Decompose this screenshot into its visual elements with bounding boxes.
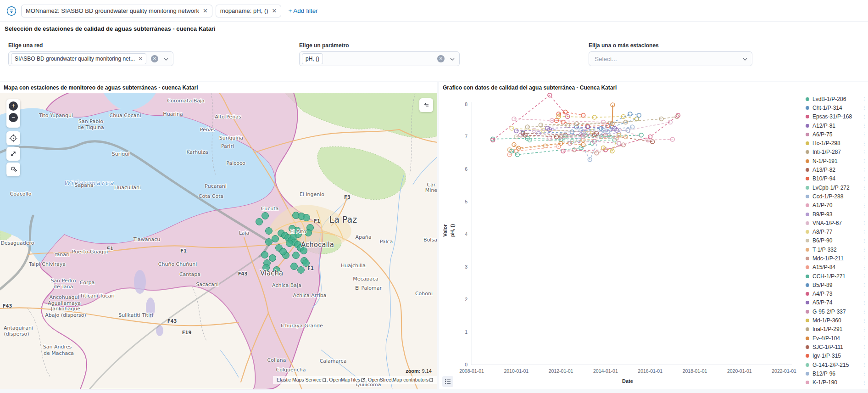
network-combobox[interactable]: SIASBO BD groundwater quality monitoring…	[8, 51, 173, 66]
legend-item-actions-icon[interactable]: ⋮	[862, 371, 867, 376]
legend-item[interactable]: Md-1/P-360⋮	[802, 316, 868, 325]
legend-item[interactable]: A4/P-73⋮	[802, 290, 868, 298]
legend-item-actions-icon[interactable]: ⋮	[862, 168, 867, 173]
legend-item-actions-icon[interactable]: ⋮	[862, 176, 867, 181]
station-marker[interactable]	[266, 239, 273, 246]
legend-item[interactable]: A13/P-82⋮	[802, 165, 868, 174]
fit-to-data-button[interactable]	[6, 147, 20, 161]
legend-item-actions-icon[interactable]: ⋮	[862, 327, 867, 332]
legend-item-actions-icon[interactable]: ⋮	[862, 247, 867, 252]
remove-filter-icon[interactable]: ✕	[203, 7, 208, 14]
legend-item-actions-icon[interactable]: ⋮	[862, 282, 867, 287]
legend-item[interactable]: G-95-2/P-337⋮	[802, 307, 868, 316]
legend-item-actions-icon[interactable]: ⋮	[862, 318, 867, 323]
station-marker[interactable]	[303, 214, 310, 221]
legend-item-actions-icon[interactable]: ⋮	[862, 158, 867, 163]
attribution-link[interactable]: Elastic Maps Service	[277, 377, 321, 382]
legend-item[interactable]: Hc-1/P-298⋮	[802, 139, 868, 147]
set-view-button[interactable]	[6, 131, 20, 145]
legend-item-actions-icon[interactable]: ⋮	[862, 141, 867, 146]
legend-item-actions-icon[interactable]: ⋮	[862, 105, 867, 110]
station-marker[interactable]	[262, 252, 268, 258]
station-marker[interactable]	[269, 255, 276, 262]
legend-item-actions-icon[interactable]: ⋮	[862, 212, 867, 217]
parameter-selected-pill[interactable]: pH, ()	[302, 53, 323, 64]
legend-item[interactable]: B10/P-94⋮	[802, 174, 868, 183]
legend-item-actions-icon[interactable]: ⋮	[862, 132, 867, 137]
legend-item[interactable]: Ccd-1/P-288⋮	[802, 192, 868, 201]
legend-item-actions-icon[interactable]: ⋮	[862, 265, 867, 270]
legend-item-actions-icon[interactable]: ⋮	[862, 300, 867, 305]
add-filter-button[interactable]: + Add filter	[288, 7, 317, 14]
draw-tools-button[interactable]	[6, 163, 20, 176]
legend-item[interactable]: CCH-1/P-271⋮	[802, 272, 868, 281]
map-legend-toggle-button[interactable]	[419, 98, 433, 112]
legend-item-actions-icon[interactable]: ⋮	[862, 344, 867, 349]
legend-item[interactable]: N-1/P-191⋮	[802, 157, 868, 165]
legend-toggle-button[interactable]	[442, 376, 453, 387]
legend-item-actions-icon[interactable]: ⋮	[862, 194, 867, 199]
filter-pill[interactable]: mopaname: pH, ()✕	[216, 5, 282, 17]
filter-pill[interactable]: MONname2: SIASBO BD groundwater quality …	[21, 5, 212, 17]
legend-item[interactable]: B6/P-90⋮	[802, 236, 868, 245]
legend-item-actions-icon[interactable]: ⋮	[862, 114, 867, 119]
legend-item-actions-icon[interactable]: ⋮	[862, 203, 867, 208]
zoom-in-button[interactable]: +	[9, 101, 18, 111]
legend-item[interactable]: Ev-4/P-104⋮	[802, 334, 868, 342]
legend-item[interactable]: Inal-1/P-291⋮	[802, 325, 868, 334]
legend-item[interactable]: G-141-2/P-215⋮	[802, 360, 868, 369]
legend-item[interactable]: A5/P-74⋮	[802, 298, 868, 307]
station-marker[interactable]	[291, 263, 298, 270]
legend-item[interactable]: Inti-1/P-287⋮	[802, 148, 868, 157]
station-marker[interactable]	[293, 252, 300, 259]
legend-item-actions-icon[interactable]: ⋮	[862, 150, 867, 155]
legend-item-actions-icon[interactable]: ⋮	[862, 336, 867, 341]
legend-item[interactable]: B9/P-93⋮	[802, 210, 868, 219]
legend-item-actions-icon[interactable]: ⋮	[862, 354, 867, 359]
station-marker[interactable]	[256, 219, 263, 225]
attribution-link[interactable]: OpenStreetMap contributors	[368, 377, 428, 382]
legend-item[interactable]: Mdc-1/P-211⋮	[802, 254, 868, 263]
legend-item[interactable]: K-1/P-190⋮	[802, 378, 868, 387]
legend-item-actions-icon[interactable]: ⋮	[862, 309, 867, 314]
station-marker[interactable]	[266, 228, 273, 235]
station-marker[interactable]	[280, 248, 287, 255]
station-marker[interactable]	[303, 260, 310, 267]
legend-item-actions-icon[interactable]: ⋮	[862, 256, 867, 261]
legend-item-actions-icon[interactable]: ⋮	[862, 362, 867, 367]
legend-item-actions-icon[interactable]: ⋮	[862, 96, 867, 101]
map-canvas[interactable]: F1F1F1F1F3F43F43F43F19 Coromata BajaTito…	[0, 93, 437, 389]
parameter-combobox[interactable]: pH, () ✕	[299, 51, 460, 66]
legend-item[interactable]: LvdB-1/P-286⋮	[802, 95, 868, 103]
legend-item-actions-icon[interactable]: ⋮	[862, 292, 867, 297]
network-selected-pill[interactable]: SIASBO BD groundwater quality monitoring…	[11, 53, 146, 64]
legend-item[interactable]: A1/P-70⋮	[802, 201, 868, 210]
legend-item[interactable]: B5/P-89⋮	[802, 281, 868, 289]
filters-icon[interactable]	[6, 5, 17, 17]
zoom-out-button[interactable]: −	[9, 113, 18, 122]
legend-item[interactable]: T-1/P-332⋮	[802, 245, 868, 254]
stations-select[interactable]: Select...	[589, 51, 752, 66]
legend-item[interactable]: B12/P-96⋮	[802, 369, 868, 378]
clear-network-icon[interactable]: ✕	[151, 55, 158, 62]
legend-item[interactable]: SJC-1/P-111⋮	[802, 342, 868, 351]
station-marker[interactable]	[298, 267, 305, 274]
legend-item[interactable]: LvCpb-1/P-272⋮	[802, 183, 868, 192]
remove-filter-icon[interactable]: ✕	[272, 7, 277, 14]
legend-item-actions-icon[interactable]: ⋮	[862, 230, 867, 235]
legend-item[interactable]: VNA-1/P-67⋮	[802, 219, 868, 227]
legend-item[interactable]: A12/P-81⋮	[802, 121, 868, 130]
legend-item-actions-icon[interactable]: ⋮	[862, 274, 867, 279]
legend-item[interactable]: Epsas-31/P-168⋮	[802, 112, 868, 121]
legend-item-actions-icon[interactable]: ⋮	[862, 220, 867, 225]
chevron-down-icon[interactable]	[450, 57, 455, 62]
legend-item[interactable]: Cht-1/P-314⋮	[802, 103, 868, 112]
station-marker[interactable]	[262, 213, 269, 219]
legend-item-actions-icon[interactable]: ⋮	[862, 185, 867, 190]
remove-network-icon[interactable]: ✕	[138, 56, 143, 62]
legend-item-actions-icon[interactable]: ⋮	[862, 238, 867, 243]
attribution-link[interactable]: OpenMapTiles	[329, 377, 360, 382]
clear-parameter-icon[interactable]: ✕	[437, 55, 445, 62]
legend-item[interactable]: Igv-1/P-315⋮	[802, 352, 868, 360]
legend-item[interactable]: A6/P-75⋮	[802, 130, 868, 139]
